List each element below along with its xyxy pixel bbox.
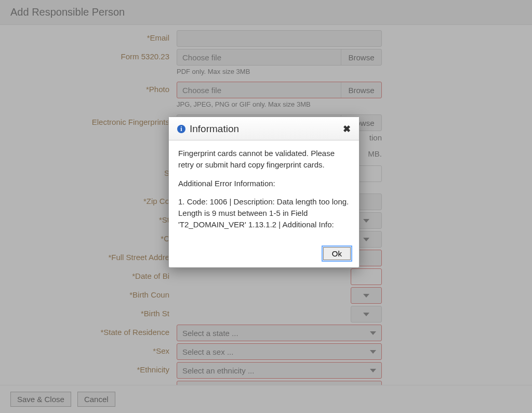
ok-button[interactable]: Ok (323, 247, 351, 260)
modal-body: Fingerprint cards cannot be validated. P… (169, 140, 359, 242)
info-icon: i (177, 125, 185, 133)
modal-p2: Additional Error Information: (178, 178, 350, 189)
modal-header: i Information ✖ (169, 117, 359, 140)
close-icon[interactable]: ✖ (343, 123, 351, 135)
modal-title: Information (190, 123, 339, 135)
modal-p3: 1. Code: 1006 | Description: Data length… (178, 196, 350, 230)
modal-footer: Ok (169, 242, 359, 267)
modal-p1: Fingerprint cards cannot be validated. P… (178, 148, 350, 171)
information-modal: i Information ✖ Fingerprint cards cannot… (168, 117, 360, 268)
